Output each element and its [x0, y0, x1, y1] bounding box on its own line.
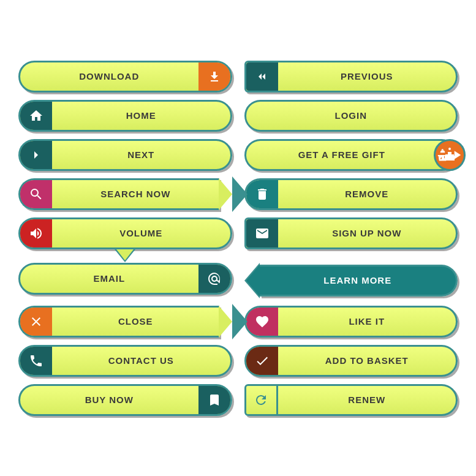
home-button[interactable]: HOME [18, 100, 232, 132]
gift-icon [434, 139, 466, 171]
sign-up-now-button[interactable]: SIGN UP NOW [244, 217, 458, 255]
close-icon [20, 308, 52, 336]
renew-button[interactable]: RENEW [244, 384, 458, 416]
bookmark-icon [198, 386, 230, 414]
main-container: DOWNLOAD PREVIOUS HOME [0, 0, 476, 476]
search-arrow-tip [219, 178, 232, 210]
remove-button[interactable]: REMOVE [244, 178, 458, 210]
refresh-icon [246, 386, 278, 414]
check-icon [246, 347, 278, 375]
button-grid: DOWNLOAD PREVIOUS HOME [18, 61, 458, 416]
email-button[interactable]: EMAIL [18, 263, 232, 298]
add-to-basket-button[interactable]: ADD TO BASKET [244, 345, 458, 377]
at-icon [198, 265, 230, 293]
download-button[interactable]: DOWNLOAD [18, 61, 232, 93]
close-button[interactable]: CLOSE [18, 306, 232, 338]
buy-now-button[interactable]: BUY NOW [18, 384, 232, 416]
volume-icon [20, 219, 52, 247]
trash-icon [246, 180, 278, 208]
next-icon [20, 141, 52, 169]
learn-more-button[interactable]: LEARN MORE [244, 263, 458, 298]
like-it-button[interactable]: LIKE IT [244, 306, 458, 338]
phone-icon [20, 347, 52, 375]
previous-button[interactable]: PREVIOUS [244, 61, 458, 93]
download-icon [198, 62, 230, 91]
get-free-gift-button[interactable]: GET A FREE GIFT [244, 139, 458, 171]
heart-icon [246, 308, 278, 336]
contact-us-button[interactable]: CONTACT US [18, 345, 232, 377]
email-icon-left [246, 219, 278, 247]
search-icon [20, 180, 52, 208]
volume-button[interactable]: VOLUME [18, 217, 232, 249]
next-button[interactable]: NEXT [18, 139, 232, 171]
home-icon [20, 102, 52, 130]
previous-icon [246, 62, 278, 91]
login-button[interactable]: LOGIN [244, 100, 458, 132]
search-now-button[interactable]: SEARCH NOW [18, 178, 232, 210]
